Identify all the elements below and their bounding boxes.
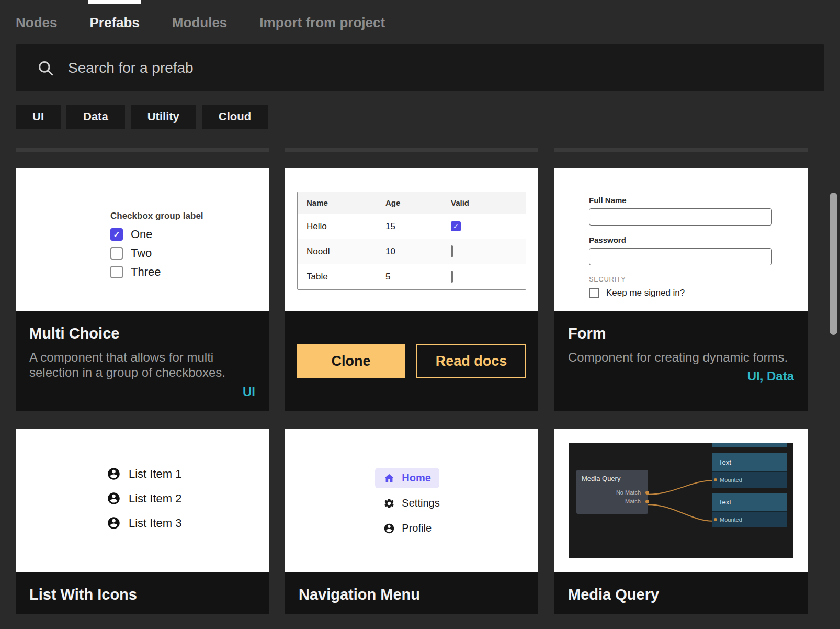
cell-age: 5 [385,272,451,282]
list-item: List Item 3 [107,516,269,530]
filter-data[interactable]: Data [66,105,125,129]
card-title: Media Query [568,586,794,603]
node-title: Media Query [582,475,643,482]
node-graph-canvas: Media Query No Match Match Text Mounted … [569,443,793,558]
prefab-card-list-with-icons[interactable]: List Item 1 List Item 2 List Item 3 List… [16,429,269,614]
form-checkbox-label: Keep me signed in? [606,288,685,298]
text-node: Text Mounted [712,493,787,527]
node-input-port: Mounted [712,512,787,527]
list-item-label: List Item 3 [129,516,181,530]
table-row: Table 5 [298,264,526,289]
card-description: Component for creating dynamic forms. [568,350,794,365]
form-field-label: Full Name [589,196,808,205]
filter-utility[interactable]: Utility [131,105,196,129]
form-section-label: SECURITY [589,275,808,283]
table-preview[interactable]: Name Age Valid Hello 15 Noodl 10 Table 5 [285,168,538,311]
form-preview[interactable]: Full Name Password SECURITY Keep me sign… [554,168,808,311]
table-row: Hello 15 [298,214,526,239]
table-row: Noodl 10 [298,239,526,264]
checkbox-option-label: Three [131,265,161,279]
card-info: Navigation Menu [285,572,538,614]
node-title: Text [712,453,787,472]
cell-name: Hello [298,221,385,232]
filter-chips: UI Data Utility Cloud [16,105,824,129]
card-tags: UI, Data [568,369,794,384]
checkbox-unchecked-icon [589,288,599,298]
checkbox-unchecked-icon [110,247,123,260]
table-header-valid: Valid [451,198,526,207]
list-item-label: List Item 1 [129,467,181,481]
tab-import-from-project[interactable]: Import from project [259,15,385,31]
nav-item-profile: Profile [375,518,440,538]
prefab-card-navigation-menu[interactable]: Home Settings Profile [285,429,538,614]
nav-item-label: Profile [402,522,432,534]
tab-prefabs[interactable]: Prefabs [89,15,139,31]
prefab-card-table-hovered[interactable]: Name Age Valid Hello 15 Noodl 10 Table 5 [285,168,538,411]
checkbox-option: Two [110,246,269,260]
list-item: List Item 2 [107,491,269,506]
form-checkbox-row: Keep me signed in? [589,288,808,298]
list-item-label: List Item 2 [129,492,181,506]
nav-item-home: Home [375,468,439,488]
node-title: Text [712,493,787,512]
prefab-card-form[interactable]: Full Name Password SECURITY Keep me sign… [554,168,808,411]
cell-age: 15 [385,221,451,232]
table-header-name: Name [298,198,385,207]
table-header-age: Age [385,198,451,207]
checkbox-option: One [110,228,269,241]
cell-name: Table [298,272,385,282]
tab-modules[interactable]: Modules [172,15,227,31]
card-info: List With Icons [16,572,269,614]
card-hover-actions: Clone Read docs [285,311,538,411]
search-input[interactable] [68,60,748,76]
form-text-input [589,248,772,265]
cell-name: Noodl [298,246,385,257]
preview-table: Name Age Valid Hello 15 Noodl 10 Table 5 [297,192,526,290]
card-description: A component that allows for multi select… [29,350,255,380]
filter-cloud[interactable]: Cloud [202,105,268,129]
clone-button[interactable]: Clone [297,344,405,378]
nav-item-label: Settings [402,497,439,509]
clipped-node-edge [712,443,787,447]
list-preview[interactable]: List Item 1 List Item 2 List Item 3 [16,429,269,572]
prefab-card-multi-choice[interactable]: Checkbox group label One Two Three Multi… [16,168,269,411]
search-bar[interactable] [16,44,824,91]
checkbox-option-label: Two [131,246,152,260]
gear-icon [383,498,395,509]
search-icon [37,59,54,77]
library-tabs: Nodes Prefabs Modules Import from projec… [0,0,840,31]
person-circle-icon [107,491,121,506]
filter-ui[interactable]: UI [16,105,61,129]
form-field-label: Password [589,235,808,244]
card-edge [16,148,269,152]
vertical-scrollbar-thumb[interactable] [830,193,837,335]
card-edge [285,148,538,152]
card-title: List With Icons [29,586,255,603]
text-node: Text Mounted [712,453,787,488]
multi-choice-preview[interactable]: Checkbox group label One Two Three [16,168,269,311]
tab-nodes[interactable]: Nodes [16,15,57,31]
card-title: Navigation Menu [299,586,525,603]
person-circle-icon [383,523,395,534]
card-info: Form Component for creating dynamic form… [554,311,808,394]
card-edge [554,148,808,152]
card-info: Multi Choice A component that allows for… [16,311,269,410]
nav-preview[interactable]: Home Settings Profile [285,429,538,572]
person-circle-icon [107,467,121,481]
prefab-card-media-query[interactable]: Media Query No Match Match Text Mounted … [554,429,808,614]
checkbox-checked-icon [451,221,461,231]
card-title: Multi Choice [29,325,255,342]
checkbox-checked-icon [110,228,123,241]
checkbox-unchecked-icon [451,245,453,257]
media-query-node: Media Query No Match Match [576,470,648,514]
home-icon [383,473,395,484]
read-docs-button[interactable]: Read docs [416,344,526,378]
previous-row-edges [16,148,824,152]
nav-item-settings: Settings [375,493,448,513]
list-item: List Item 1 [107,467,269,481]
checkbox-unchecked-icon [451,271,453,283]
card-tags: UI [29,385,255,399]
cell-age: 10 [385,246,451,257]
checkbox-option-label: One [131,228,153,241]
media-query-preview[interactable]: Media Query No Match Match Text Mounted … [554,429,808,572]
